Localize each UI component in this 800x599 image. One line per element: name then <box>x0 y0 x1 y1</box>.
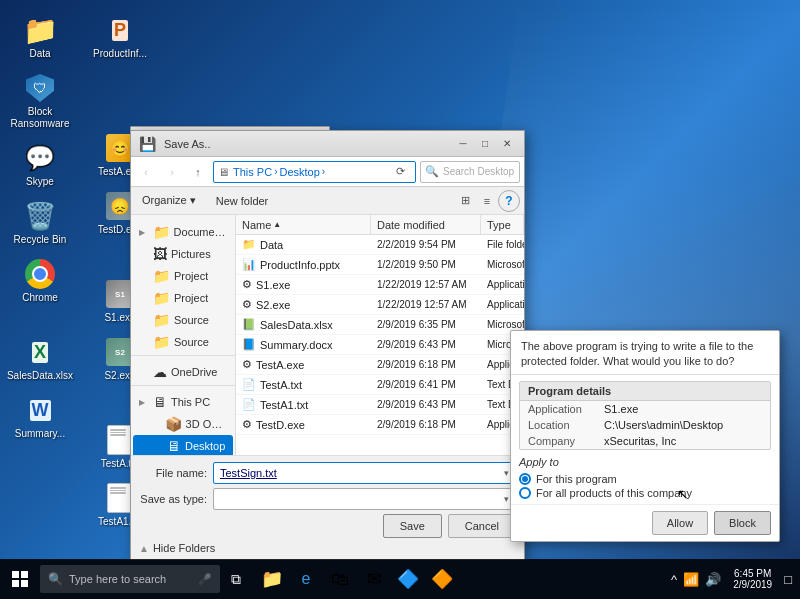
sidebar-item-3dobjects[interactable]: 📦 3D Objects <box>133 413 233 435</box>
tray-action-center-icon[interactable]: □ <box>784 572 792 587</box>
radio-this-program[interactable] <box>519 473 531 485</box>
sidebar-item-project1[interactable]: 📁 Project <box>133 265 233 287</box>
organize-btn[interactable]: Organize ▾ <box>135 190 203 212</box>
file-row[interactable]: 📗 SalesData.xlsx 2/9/2019 6:35 PM Micros… <box>236 315 524 335</box>
desktop-icon-recycle-bin[interactable]: 🗑️ Recycle Bin <box>0 194 80 252</box>
dialog-maximize-btn[interactable]: □ <box>476 135 494 153</box>
file-icon: 📄 <box>242 378 256 391</box>
dialog-filelist: Name ▲ Date modified Type 📁 Data 2/2/201… <box>236 215 524 455</box>
col-date[interactable]: Date modified <box>371 215 481 234</box>
tray-network-icon[interactable]: 📶 <box>683 572 699 587</box>
desktop-icon-summary[interactable]: W Summary... <box>0 388 80 446</box>
filename-label: File name: <box>139 467 207 479</box>
savetype-select[interactable]: ▾ <box>213 488 516 510</box>
sidebar-item-thispc[interactable]: ▶ 🖥 This PC <box>133 391 233 413</box>
file-row[interactable]: 📁 Data 2/2/2019 9:54 PM File folde... <box>236 235 524 255</box>
save-button[interactable]: Save <box>383 514 442 538</box>
sidebar-item-desktop[interactable]: 🖥 Desktop <box>133 435 233 455</box>
file-name-cell: 📘 Summary.docx <box>236 337 371 352</box>
tray-volume-icon[interactable]: 🔊 <box>705 572 721 587</box>
sidebar-item-pictures[interactable]: 🖼 Pictures <box>133 243 233 265</box>
col-type[interactable]: Type <box>481 215 524 234</box>
popup-action-btns: Allow Block <box>511 504 779 541</box>
nav-back-btn[interactable]: ‹ <box>135 161 157 183</box>
allow-button[interactable]: Allow <box>652 511 708 535</box>
file-row[interactable]: 📊 ProductInfo.pptx 1/2/2019 9:50 PM Micr… <box>236 255 524 275</box>
block-button[interactable]: Block <box>714 511 771 535</box>
file-icon: 📊 <box>242 258 256 271</box>
skype-icon: 💬 <box>24 142 56 174</box>
nav-up-btn[interactable]: ↑ <box>187 161 209 183</box>
dialog-close-btn[interactable]: ✕ <box>498 135 516 153</box>
tray-chevron-icon[interactable]: ^ <box>671 572 677 587</box>
file-row[interactable]: ⚙ S1.exe 1/22/2019 12:57 AM Applicati... <box>236 275 524 295</box>
radio-all-products-label: For all products of this company <box>536 487 692 499</box>
taskbar-clock[interactable]: 6:45 PM 2/9/2019 <box>727 568 778 590</box>
help-btn[interactable]: ? <box>498 190 520 212</box>
desktop-icon-productinfo[interactable]: P ProductInf... <box>80 8 160 66</box>
sidebar-item-onedrive[interactable]: ☁ OneDrive <box>133 361 233 383</box>
file-icon: ⚙ <box>242 298 252 311</box>
taskbar-other-app2[interactable]: 🔶 <box>426 559 458 599</box>
sidebar-item-source1[interactable]: 📁 Source <box>133 309 233 331</box>
file-type-cell: Applicati... <box>481 298 524 311</box>
popup-program-details: Program details Application S1.exe Locat… <box>519 381 771 450</box>
new-folder-btn[interactable]: New folder <box>209 190 276 212</box>
ransomware-popup: The above program is trying to write a f… <box>510 330 780 542</box>
popup-apply-label: Apply to <box>519 456 771 468</box>
hide-folders-row: ▲ Hide Folders <box>139 538 516 554</box>
view-details-btn[interactable]: ⊞ <box>454 190 476 212</box>
address-bar[interactable]: 🖥 This PC › Desktop › ⟳ <box>213 161 416 183</box>
file-type-cell: File folde... <box>481 238 524 251</box>
hide-folders-btn[interactable]: Hide Folders <box>153 542 215 554</box>
taskbar-edge[interactable]: e <box>290 559 322 599</box>
crumb-thispc[interactable]: This PC <box>233 166 272 178</box>
salesdata-label: SalesData.xlsx <box>7 370 73 382</box>
desktop-icon-salesdata[interactable]: X SalesData.xlsx <box>0 330 80 388</box>
view-list-btn[interactable]: ≡ <box>476 190 498 212</box>
sidebar-item-documents[interactable]: ▶ 📁 Documents <box>133 221 233 243</box>
file-row[interactable]: 📄 TestA.txt 2/9/2019 6:41 PM Text Docu..… <box>236 375 524 395</box>
nav-forward-btn[interactable]: › <box>161 161 183 183</box>
task-view-icon: ⧉ <box>231 571 241 588</box>
filename-input[interactable]: TestSign.txt ▾ <box>213 462 516 484</box>
crumb-desktop[interactable]: Desktop <box>279 166 319 178</box>
file-row[interactable]: ⚙ TestD.exe 2/9/2019 6:18 PM Applicati..… <box>236 415 524 435</box>
taskbar-start-btn[interactable] <box>0 559 40 599</box>
recycle-bin-icon: 🗑️ <box>24 200 56 232</box>
col-name[interactable]: Name ▲ <box>236 215 371 234</box>
radio-all-products[interactable] <box>519 487 531 499</box>
popup-radio-all-products[interactable]: For all products of this company <box>519 486 771 500</box>
taskbar-store[interactable]: 🛍 <box>324 559 356 599</box>
sidebar-item-source2[interactable]: 📁 Source <box>133 331 233 353</box>
popup-application-label: Application <box>528 403 598 415</box>
cancel-button[interactable]: Cancel <box>448 514 516 538</box>
popup-radio-this-program[interactable]: For this program <box>519 472 771 486</box>
popup-application-value: S1.exe <box>604 403 638 415</box>
address-refresh-btn[interactable]: ⟳ <box>389 161 411 183</box>
dialog-toolbar: Organize ▾ New folder ⊞ ≡ ? <box>131 187 524 215</box>
taskbar-search[interactable]: 🔍 Type here to search 🎤 <box>40 565 220 593</box>
dialog-minimize-btn[interactable]: ─ <box>454 135 472 153</box>
file-icon: 📘 <box>242 338 256 351</box>
file-row[interactable]: 📘 Summary.docx 2/9/2019 6:43 PM Microsof… <box>236 335 524 355</box>
search-box[interactable]: 🔍 Search Desktop <box>420 161 520 183</box>
desktop-icon-skype[interactable]: 💬 Skype <box>0 136 80 194</box>
filename-row: File name: TestSign.txt ▾ <box>139 462 516 484</box>
desktop-icon-chrome[interactable]: Chrome <box>0 252 80 310</box>
taskbar: 🔍 Type here to search 🎤 ⧉ 📁 e 🛍 ✉ 🔷 🔶 <box>0 559 800 599</box>
desktop-icon-data[interactable]: 📁 Data <box>0 8 80 66</box>
svg-rect-0 <box>12 571 19 578</box>
taskbar-mail[interactable]: ✉ <box>358 559 390 599</box>
file-row[interactable]: ⚙ TestA.exe 2/9/2019 6:18 PM Applicati..… <box>236 355 524 375</box>
desktop-icon-block-ransomware[interactable]: 🛡 Block Ransomware <box>0 66 80 136</box>
file-row[interactable]: ⚙ S2.exe 1/22/2019 12:57 AM Applicati... <box>236 295 524 315</box>
taskbar-other-app1[interactable]: 🔷 <box>392 559 424 599</box>
filename-dropdown-arrow: ▾ <box>504 468 509 478</box>
filename-value: TestSign.txt <box>220 467 277 479</box>
file-row[interactable]: 📄 TestA1.txt 2/9/2019 6:43 PM Text Docu.… <box>236 395 524 415</box>
task-view-btn[interactable]: ⧉ <box>220 559 252 599</box>
taskbar-microphone-icon: 🎤 <box>198 573 212 586</box>
sidebar-item-project2[interactable]: 📁 Project <box>133 287 233 309</box>
taskbar-file-explorer[interactable]: 📁 <box>256 559 288 599</box>
